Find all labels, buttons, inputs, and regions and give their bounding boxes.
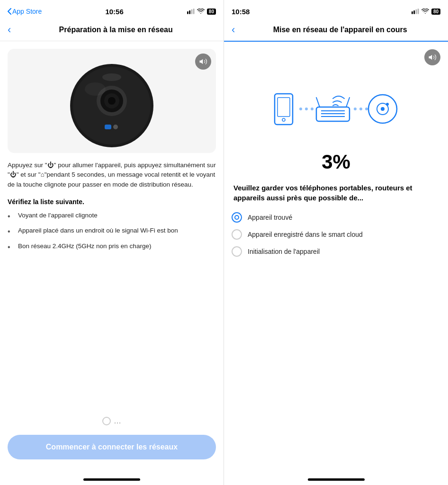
home-indicator-left: [0, 474, 224, 485]
status-item-1: Appareil trouvé: [232, 212, 440, 223]
content-left: Appuyez sur "⏻" pour allumer l'appareil,…: [0, 41, 224, 403]
checklist-item-3: • Bon réseau 2.4GHz (5GHz non pris en ch…: [8, 242, 216, 252]
robot-vacuum-svg: [50, 51, 173, 151]
checklist-text-1: Voyant de l'appareil clignote: [18, 211, 98, 220]
time-left: 10:56: [105, 8, 123, 16]
battery-left: 80: [207, 9, 216, 15]
chevron-left-icon: [8, 8, 11, 15]
content-right: 3% Veuillez garder vos téléphones portab…: [224, 42, 448, 474]
right-panel: 10:58 80 ‹ Mise en réseau de l'appareil …: [224, 0, 448, 485]
loading-row: …: [0, 403, 224, 435]
status-bar-left: App Store 10:56 80: [0, 0, 224, 21]
svg-rect-16: [415, 9, 417, 14]
nav-bar-right: ‹ Mise en réseau de l'appareil en cours: [224, 21, 448, 42]
svg-rect-1: [189, 10, 190, 14]
signal-icon: [187, 9, 195, 14]
checklist-item-1: • Voyant de l'appareil clignote: [8, 211, 216, 222]
svg-point-32: [365, 108, 368, 110]
svg-point-35: [381, 107, 385, 111]
sound-button-right[interactable]: [424, 49, 440, 65]
devices-illustration-svg: [265, 84, 407, 141]
status-icons-left: 80: [187, 9, 216, 15]
status-label-1: Appareil trouvé: [248, 214, 292, 221]
checklist-text-2: Appareil placé dans un endroit où le sig…: [18, 226, 178, 235]
svg-line-28: [316, 98, 320, 107]
svg-rect-11: [105, 125, 111, 129]
svg-rect-19: [278, 98, 290, 117]
svg-point-21: [299, 108, 302, 110]
svg-rect-3: [193, 9, 195, 14]
wifi-icon-right: [421, 9, 429, 14]
robot-illustration: [8, 49, 216, 153]
instruction-text: Appuyez sur "⏻" pour allumer l'appareil,…: [8, 161, 216, 189]
checklist-item-2: • Appareil placé dans un endroit où le s…: [8, 226, 216, 237]
status-label-3: Initialisation de l'appareil: [248, 248, 320, 255]
svg-point-10: [102, 73, 121, 81]
signal-icon-right: [412, 9, 419, 14]
page-title-right: Mise en réseau de l'appareil en cours: [240, 26, 440, 34]
status-item-3: Initialisation de l'appareil: [232, 246, 440, 257]
checklist-title: Vérifiez la liste suivante.: [8, 198, 216, 206]
robot-image: [8, 49, 216, 153]
progress-percent: 3%: [232, 151, 440, 173]
svg-rect-2: [191, 9, 192, 14]
svg-point-12: [113, 125, 118, 129]
radio-found: [232, 212, 242, 223]
connect-button[interactable]: Commencer à connecter les réseaux: [8, 435, 216, 459]
checklist-text-3: Bon réseau 2.4GHz (5GHz non pris en char…: [18, 242, 151, 251]
svg-point-22: [305, 108, 308, 110]
radio-registered: [232, 229, 242, 240]
bullet-2: •: [8, 226, 16, 237]
back-button-left[interactable]: ‹: [8, 25, 11, 35]
bullet-3: •: [8, 242, 16, 252]
svg-point-9: [108, 97, 116, 105]
radio-inner-found: [234, 215, 239, 220]
battery-right: 80: [431, 9, 440, 15]
app-store-back[interactable]: App Store: [8, 8, 42, 15]
radio-init: [232, 246, 242, 257]
status-item-2: Appareil enregistré dans le smart cloud: [232, 229, 440, 240]
home-indicator-right: [224, 474, 448, 485]
svg-point-31: [359, 108, 362, 110]
left-panel: App Store 10:56 80 ‹ Préparation à la mi…: [0, 0, 224, 485]
svg-rect-0: [187, 11, 188, 14]
wifi-icon: [197, 9, 205, 14]
status-bar-right: 10:58 80: [224, 0, 448, 21]
status-icons-right: 80: [412, 9, 440, 15]
sound-button-left[interactable]: [195, 54, 211, 70]
svg-rect-17: [418, 9, 419, 14]
volume-icon-right: [428, 53, 437, 62]
keep-close-text: Veuillez garder vos téléphones portables…: [232, 183, 440, 203]
app-store-label: App Store: [12, 8, 42, 15]
svg-point-20: [282, 118, 285, 121]
home-bar-right: [308, 478, 365, 481]
svg-rect-14: [412, 11, 413, 14]
svg-point-30: [354, 108, 357, 110]
svg-point-36: [386, 103, 389, 106]
svg-point-23: [311, 108, 314, 110]
svg-line-29: [346, 98, 349, 107]
loading-dots: …: [114, 417, 121, 425]
status-label-2: Appareil enregistré dans le smart cloud: [248, 231, 363, 238]
home-bar-left: [83, 478, 140, 481]
nav-bar-left: ‹ Préparation à la mise en réseau: [0, 21, 224, 41]
back-button-right[interactable]: ‹: [232, 25, 235, 35]
bullet-1: •: [8, 211, 16, 222]
time-right: 10:58: [232, 8, 250, 16]
volume-icon: [199, 57, 207, 66]
progress-illustration: [232, 70, 440, 151]
svg-rect-15: [413, 10, 415, 14]
page-title-left: Préparation à la mise en réseau: [16, 26, 216, 34]
svg-point-13: [85, 82, 106, 96]
loading-circle: [102, 417, 111, 425]
